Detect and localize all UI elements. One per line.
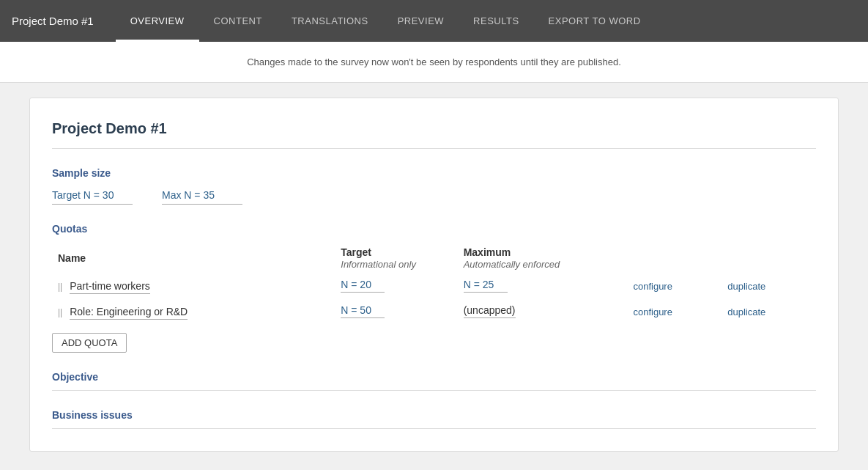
sample-size-label: Sample size <box>52 167 816 179</box>
quota-duplicate-cell-0: duplicate <box>722 273 816 298</box>
nav-item-preview[interactable]: PREVIEW <box>383 0 459 42</box>
quota-max-cell-0: N = 25 <box>458 273 628 298</box>
card-title: Project Demo #1 <box>52 120 816 149</box>
quota-duplicate-cell-1: duplicate <box>722 298 816 324</box>
th-maximum-sub: Automatically enforced <box>464 259 560 270</box>
th-name: Name <box>52 242 335 273</box>
banner-message: Changes made to the survey now won't be … <box>247 56 621 67</box>
quota-configure-cell-1: configure <box>627 298 722 324</box>
quota-name-cell-1: || Role: Engineering or R&D <box>52 298 335 324</box>
th-target: Target Informational only <box>335 242 457 273</box>
quota-name-1: Role: Engineering or R&D <box>70 306 188 320</box>
nav-item-translations[interactable]: TRANSLATIONS <box>277 0 383 42</box>
business-issues-section: Business issues <box>52 409 816 429</box>
navbar: Project Demo #1 OVERVIEW CONTENT TRANSLA… <box>0 0 868 42</box>
quota-target-cell-1: N = 50 <box>335 298 457 324</box>
duplicate-link-0[interactable]: duplicate <box>727 281 765 292</box>
publish-banner: Changes made to the survey now won't be … <box>0 42 868 83</box>
nav-item-content[interactable]: CONTENT <box>199 0 277 42</box>
th-action2 <box>722 242 816 273</box>
quota-name-0: Part-time workers <box>70 280 150 294</box>
quota-target-val-1: N = 50 <box>341 304 385 318</box>
configure-link-0[interactable]: configure <box>633 281 672 292</box>
business-issues-divider <box>52 428 816 429</box>
quotas-section: Quotas Name Target Informational only Ma… <box>52 223 816 353</box>
th-target-sub: Informational only <box>341 259 416 270</box>
navbar-brand: Project Demo #1 <box>12 0 94 42</box>
duplicate-link-1[interactable]: duplicate <box>727 306 765 317</box>
configure-link-1[interactable]: configure <box>633 306 672 317</box>
objective-section: Objective <box>52 371 816 391</box>
add-quota-button[interactable]: ADD QUOTA <box>52 333 127 353</box>
nav-items: OVERVIEW CONTENT TRANSLATIONS PREVIEW RE… <box>116 0 856 42</box>
business-issues-label: Business issues <box>52 409 816 421</box>
quota-max-val-0: N = 25 <box>464 279 508 293</box>
main-content: Project Demo #1 Sample size Target N = 3… <box>0 83 868 466</box>
quotas-table: Name Target Informational only Maximum A… <box>52 242 816 324</box>
quota-configure-cell-0: configure <box>627 273 722 298</box>
drag-handle-0[interactable]: || <box>58 282 62 292</box>
nav-item-overview[interactable]: OVERVIEW <box>116 0 199 42</box>
objective-divider <box>52 390 816 391</box>
project-card: Project Demo #1 Sample size Target N = 3… <box>29 98 839 452</box>
quota-max-cell-1: (uncapped) <box>458 298 628 324</box>
max-n-field: Max N = 35 <box>162 186 242 205</box>
quota-max-val-1: (uncapped) <box>464 304 516 318</box>
objective-label: Objective <box>52 371 816 383</box>
nav-item-export[interactable]: EXPORT TO WORD <box>534 0 656 42</box>
quota-name-cell-0: || Part-time workers <box>52 273 335 298</box>
quota-target-cell-0: N = 20 <box>335 273 457 298</box>
quota-row-1: || Role: Engineering or R&D N = 50 (unca… <box>52 298 816 324</box>
nav-item-results[interactable]: RESULTS <box>459 0 534 42</box>
sample-size-row: Target N = 30 Max N = 35 <box>52 186 816 205</box>
th-maximum: Maximum Automatically enforced <box>458 242 628 273</box>
th-action1 <box>627 242 722 273</box>
quota-target-val-0: N = 20 <box>341 279 385 293</box>
quotas-label: Quotas <box>52 223 816 235</box>
quota-row-0: || Part-time workers N = 20 N = 25 confi… <box>52 273 816 298</box>
drag-handle-1[interactable]: || <box>58 307 62 317</box>
max-n-value: Max N = 35 <box>162 186 242 205</box>
target-n-value: Target N = 30 <box>52 186 133 205</box>
target-n-field: Target N = 30 <box>52 186 133 205</box>
